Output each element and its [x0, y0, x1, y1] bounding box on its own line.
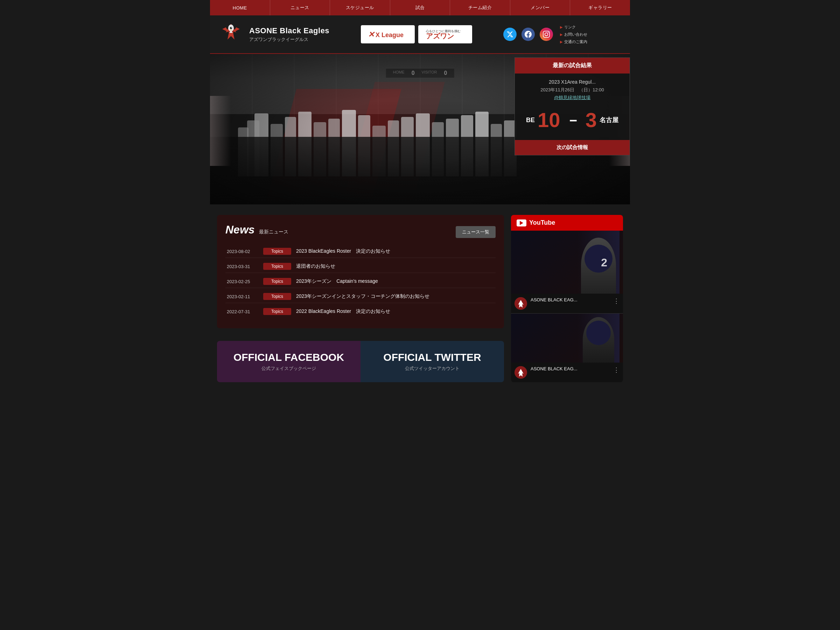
news-item-tag[interactable]: Topics: [263, 293, 291, 300]
header-links-area: ▶リンク▶お問い合わせ▶交通のご案内: [560, 25, 623, 44]
link-label: 交通のご案内: [564, 39, 587, 44]
news-item: 2023-08-02 Topics 2023 BlackEagles Roste…: [226, 245, 496, 258]
match-venue[interactable]: @鶴見緑地球技場: [521, 95, 624, 101]
news-item-tag[interactable]: Topics: [263, 278, 291, 285]
link-arrow-icon: ▶: [560, 40, 563, 44]
youtube-label: YouTube: [529, 219, 555, 226]
svg-text:X League: X League: [376, 32, 404, 38]
nav-item-ギャラリー[interactable]: ギャラリー: [570, 0, 630, 16]
svg-text:アズワン: アズワン: [426, 32, 454, 40]
video-1-title: ASONE BLACK EAG...: [531, 297, 610, 302]
facebook-main-text: OFFICIAL FACEBOOK: [224, 351, 354, 363]
youtube-video-2[interactable]: ASONE BLACK EAG... ⋮: [511, 313, 623, 382]
news-item-text[interactable]: 2023年シーズン Captain's message: [296, 278, 494, 284]
video-2-title: ASONE BLACK EAG...: [531, 366, 610, 371]
news-item-date: 2023-02-11: [227, 294, 258, 299]
score-separator: －: [566, 111, 580, 130]
score-card: 最新の試合結果 2023 X1Area Regul... 2023年11月26日…: [515, 57, 630, 155]
news-item-tag[interactable]: Topics: [263, 263, 291, 270]
news-title: News: [226, 223, 255, 236]
match-title: 2023 X1Area Regul...: [521, 79, 624, 85]
link-arrow-icon: ▶: [560, 33, 563, 36]
svg-point-7: [230, 27, 232, 29]
content-section: News 最新ニュース ニュース一覧 2023-08-02 Topics 202…: [217, 204, 623, 393]
news-item: 2023-02-25 Topics 2023年シーズン Captain's me…: [226, 275, 496, 288]
score-card-header: 最新の試合結果: [515, 58, 630, 74]
twitter-icon[interactable]: [503, 28, 516, 41]
news-item: 2022-07-31 Topics 2022 BlackEagles Roste…: [226, 305, 496, 318]
news-item-text[interactable]: 2022 BlackEagles Roster 決定のお知らせ: [296, 308, 494, 315]
nav-item-試合[interactable]: 試合: [390, 0, 450, 16]
team1-name: BE: [526, 117, 535, 124]
team-name-japanese: アズワンブラックイーグルス: [249, 36, 329, 43]
video-1-info: ASONE BLACK EAG... ⋮: [511, 294, 623, 313]
video-1-more-button[interactable]: ⋮: [613, 297, 619, 305]
twitter-main-text: OFFICIAL TWITTER: [368, 351, 497, 363]
youtube-icon: [516, 219, 526, 226]
eagle-logo: [217, 20, 245, 48]
youtube-section: YouTube 2: [511, 215, 623, 382]
site-header: ASONE Black Eagles アズワンブラックイーグルス ✕ X Lea…: [210, 16, 630, 54]
top-navigation: HOMEニューススケジュール試合チーム紹介メンバーギャラリー: [210, 0, 630, 16]
youtube-video-1[interactable]: 2 ASONE BLACK EAG... ⋮: [511, 231, 623, 313]
xleague-sponsor[interactable]: ✕ X League: [361, 25, 415, 43]
svg-point-8: [231, 27, 232, 28]
news-item-date: 2023-08-02: [227, 249, 258, 254]
nav-item-スケジュール[interactable]: スケジュール: [330, 0, 390, 16]
nav-item-メンバー[interactable]: メンバー: [510, 0, 570, 16]
sidebar: YouTube 2: [511, 215, 623, 382]
news-item-date: 2022-07-31: [227, 309, 258, 314]
social-icons-area: [503, 28, 553, 41]
instagram-icon[interactable]: [540, 28, 553, 41]
header-link-交通のご案内[interactable]: ▶交通のご案内: [560, 39, 623, 44]
video-2-more-button[interactable]: ⋮: [613, 366, 619, 374]
match-date: 2023年11月26日 （日）12:00: [521, 87, 624, 93]
header-link-リンク[interactable]: ▶リンク: [560, 25, 623, 30]
header-link-お問い合わせ[interactable]: ▶お問い合わせ: [560, 32, 623, 37]
news-subtitle: 最新ニュース: [259, 229, 288, 235]
facebook-icon[interactable]: [521, 28, 535, 41]
news-section: News 最新ニュース ニュース一覧 2023-08-02 Topics 202…: [217, 215, 504, 328]
social-sections: OFFICIAL FACEBOOK 公式フェイスブックページ OFFICIAL …: [217, 341, 504, 382]
facebook-section[interactable]: OFFICIAL FACEBOOK 公式フェイスブックページ: [217, 341, 360, 382]
facebook-sub-text: 公式フェイスブックページ: [224, 365, 354, 372]
twitter-sub-text: 公式ツイッターアカウント: [368, 365, 497, 372]
news-item-tag[interactable]: Topics: [263, 308, 291, 315]
logo-area: ASONE Black Eagles アズワンブラックイーグルス: [217, 20, 329, 48]
sponsors-area: ✕ X League 心をひとつに勝利を掴む アズワン: [336, 25, 496, 43]
link-label: お問い合わせ: [564, 32, 587, 37]
hero-section: HOME 0 VISITOR 0 最新の試合結果 2023 X1Area Reg…: [210, 54, 630, 204]
youtube-header: YouTube: [511, 215, 623, 231]
nav-item-チーム紹介[interactable]: チーム紹介: [450, 0, 510, 16]
team-name-block: ASONE Black Eagles アズワンブラックイーグルス: [249, 26, 329, 43]
video-2-thumbnail[interactable]: [511, 314, 623, 363]
video-1-thumbnail[interactable]: 2: [511, 231, 623, 294]
twitter-section[interactable]: OFFICIAL TWITTER 公式ツイッターアカウント: [360, 341, 504, 382]
azwan-sponsor[interactable]: 心をひとつに勝利を掴む アズワン: [418, 25, 472, 43]
score-team2: 3: [586, 110, 597, 130]
news-item-text[interactable]: 退団者のお知らせ: [296, 263, 494, 270]
video-2-info: ASONE BLACK EAG... ⋮: [511, 363, 623, 382]
news-item-text[interactable]: 2023年シーズンインとスタッフ・コーチング体制のお知らせ: [296, 293, 494, 300]
nav-item-ニュース[interactable]: ニュース: [270, 0, 330, 16]
team2-name: 名古屋: [600, 116, 619, 124]
news-item: 2023-02-11 Topics 2023年シーズンインとスタッフ・コーチング…: [226, 290, 496, 303]
score-team1: 10: [538, 110, 561, 130]
link-arrow-icon: ▶: [560, 25, 563, 29]
nav-item-home[interactable]: HOME: [210, 0, 270, 16]
video-2-channel-icon: [515, 366, 527, 379]
news-item-date: 2023-02-25: [227, 279, 258, 284]
link-label: リンク: [564, 25, 576, 30]
news-list-button[interactable]: ニュース一覧: [456, 226, 496, 238]
news-item-date: 2023-03-31: [227, 264, 258, 269]
video-1-channel-icon: [515, 297, 527, 310]
news-items-list: 2023-08-02 Topics 2023 BlackEagles Roste…: [226, 245, 496, 318]
news-item-tag[interactable]: Topics: [263, 248, 291, 255]
news-item-text[interactable]: 2023 BlackEagles Roster 決定のお知らせ: [296, 248, 494, 254]
news-item: 2023-03-31 Topics 退団者のお知らせ: [226, 260, 496, 273]
svg-text:✕: ✕: [368, 30, 375, 39]
next-match-button[interactable]: 次の試合情報: [515, 140, 630, 155]
team-name-english: ASONE Black Eagles: [249, 26, 329, 35]
